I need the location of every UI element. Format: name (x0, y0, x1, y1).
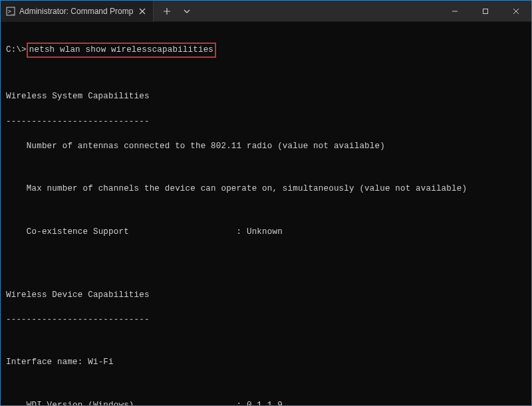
divider: ---------------------------- (6, 314, 526, 326)
close-button[interactable] (501, 1, 531, 22)
tab-actions (154, 2, 196, 21)
svg-rect-2 (483, 9, 488, 13)
system-caps-header: Wireless System Capabilities (6, 90, 526, 103)
tab-title: Administrator: Command Promp (19, 7, 133, 16)
channels-row: Max number of channels the device can op… (6, 183, 526, 195)
tab-dropdown-button[interactable] (178, 2, 196, 21)
coexist-row: Co-existence Support : Unknown (6, 226, 526, 239)
new-tab-button[interactable] (158, 2, 176, 21)
device-caps-header: Wireless Device Capabilities (6, 289, 526, 302)
minimize-button[interactable] (440, 1, 470, 22)
terminal-output[interactable]: C:\>netsh wlan show wirelesscapabilities… (1, 22, 531, 406)
interface-row: Interface name: Wi-Fi (6, 356, 526, 369)
maximize-button[interactable] (470, 1, 501, 22)
window-controls (440, 1, 531, 22)
capability-row: WDI Version (Windows) : 0.1.1.9 (6, 399, 526, 407)
antennas-row: Number of antennas connected to the 802.… (6, 140, 526, 153)
prompt-line: C:\>netsh wlan show wirelesscapabilities (6, 43, 526, 58)
tab-active[interactable]: >_ Administrator: Command Promp (1, 1, 154, 22)
prompt-prefix: C:\> (6, 44, 27, 56)
cmd-icon: >_ (6, 7, 15, 16)
command-text: netsh wlan show wirelesscapabilities (27, 43, 216, 58)
divider: ---------------------------- (6, 116, 526, 128)
svg-text:>_: >_ (8, 9, 15, 15)
tab-close-button[interactable] (137, 6, 148, 17)
titlebar: >_ Administrator: Command Promp (1, 1, 531, 22)
coexist-label: Co-existence Support : Unknown (27, 227, 283, 237)
